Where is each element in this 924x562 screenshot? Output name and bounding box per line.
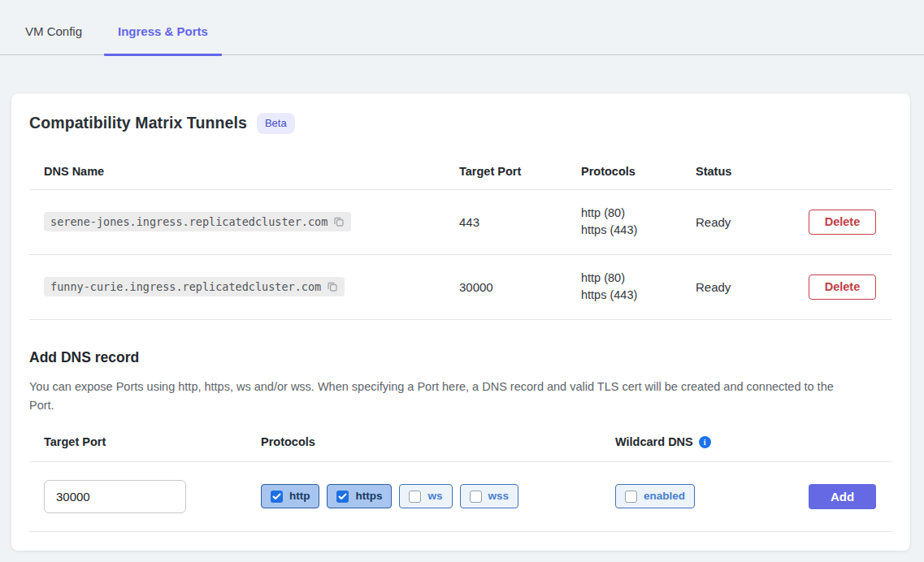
- protocol-line: https (443): [581, 222, 696, 239]
- actions-cell: Delete: [793, 275, 892, 300]
- dns-name-pill: serene-jones.ingress.replicatedcluster.c…: [44, 212, 351, 231]
- status-cell: Ready: [696, 280, 793, 294]
- protocol-label: http: [289, 490, 310, 503]
- checkbox-checked-icon: [271, 491, 283, 503]
- protocol-checkbox-http[interactable]: http: [261, 484, 319, 508]
- dns-name-pill: funny-curie.ingress.replicatedcluster.co…: [44, 277, 345, 296]
- copy-icon[interactable]: [333, 216, 345, 227]
- actions-cell: Delete: [793, 210, 892, 235]
- card-bottom-divider: [29, 531, 892, 532]
- form-header-target-port: Target Port: [29, 435, 261, 448]
- tunnels-card: Compatibility Matrix Tunnels Beta DNS Na…: [11, 93, 910, 551]
- form-header-protocols: Protocols: [261, 435, 615, 448]
- table-header-row: DNS Name Target Port Protocols Status: [29, 154, 892, 190]
- table-row: funny-curie.ingress.replicatedcluster.co…: [29, 255, 892, 320]
- tab-vm-config[interactable]: VM Config: [11, 0, 96, 56]
- card-header: Compatibility Matrix Tunnels Beta: [29, 113, 892, 134]
- delete-button[interactable]: Delete: [809, 275, 876, 300]
- beta-badge: Beta: [257, 113, 295, 134]
- dns-name-cell: funny-curie.ingress.replicatedcluster.co…: [29, 277, 459, 296]
- add-button[interactable]: Add: [809, 484, 876, 509]
- column-header-target-port: Target Port: [459, 165, 581, 178]
- column-header-dns-name: DNS Name: [29, 165, 459, 178]
- checkbox-unchecked-icon: [409, 491, 421, 503]
- protocol-line: http (80): [581, 205, 696, 222]
- delete-button[interactable]: Delete: [809, 210, 876, 235]
- info-icon[interactable]: i: [699, 436, 711, 448]
- dns-name-cell: serene-jones.ingress.replicatedcluster.c…: [29, 212, 459, 231]
- dns-name-text: funny-curie.ingress.replicatedcluster.co…: [50, 280, 321, 293]
- protocol-line: http (80): [581, 270, 696, 287]
- protocols-cell: http (80) https (443): [581, 205, 696, 239]
- protocol-label: ws: [427, 490, 442, 503]
- add-dns-record-description: You can expose Ports using http, https, …: [29, 378, 850, 415]
- protocol-line: https (443): [581, 287, 696, 304]
- wildcard-enabled-checkbox[interactable]: enabled: [615, 484, 695, 508]
- tab-bar: VM Config Ingress & Ports: [0, 0, 924, 55]
- add-dns-record-title: Add DNS record: [29, 349, 892, 366]
- tab-ingress-ports[interactable]: Ingress & Ports: [104, 0, 222, 56]
- target-port-cell: 443: [459, 215, 581, 229]
- page-title: Compatibility Matrix Tunnels: [29, 114, 247, 132]
- add-form-row: http https ws wss: [29, 462, 892, 531]
- checkbox-checked-icon: [336, 491, 349, 503]
- status-cell: Ready: [696, 215, 793, 229]
- protocol-checkbox-wss[interactable]: wss: [460, 484, 519, 508]
- checkbox-unchecked-icon: [625, 491, 637, 503]
- dns-name-text: serene-jones.ingress.replicatedcluster.c…: [50, 215, 328, 228]
- protocol-checkbox-https[interactable]: https: [327, 484, 392, 508]
- checkbox-unchecked-icon: [470, 491, 482, 503]
- protocol-chips: http https ws wss: [261, 484, 615, 508]
- tunnels-table: DNS Name Target Port Protocols Status se…: [29, 154, 892, 320]
- target-port-cell: 30000: [459, 280, 581, 294]
- form-header-wildcard-dns: Wildcard DNS: [615, 435, 693, 448]
- protocols-cell: http (80) https (443): [581, 270, 696, 304]
- protocol-label: https: [355, 490, 382, 503]
- copy-icon[interactable]: [327, 281, 338, 292]
- protocol-label: wss: [488, 490, 510, 503]
- protocol-checkbox-ws[interactable]: ws: [399, 484, 452, 508]
- wildcard-label: enabled: [644, 490, 685, 503]
- column-header-status: Status: [696, 165, 793, 178]
- table-row: serene-jones.ingress.replicatedcluster.c…: [29, 190, 892, 255]
- column-header-protocols: Protocols: [581, 165, 696, 178]
- target-port-input[interactable]: [44, 480, 186, 513]
- add-form-header-row: Target Port Protocols Wildcard DNS i: [29, 423, 892, 462]
